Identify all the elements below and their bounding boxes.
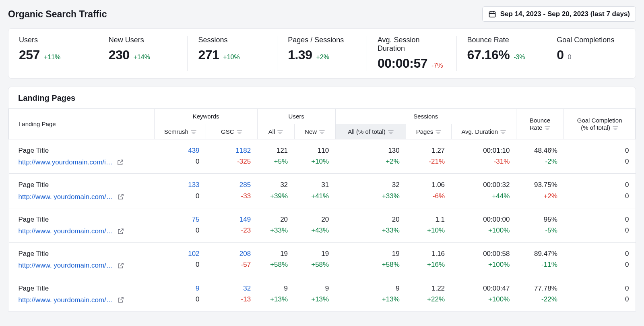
cell-users-all: 20+33% [257, 208, 294, 242]
landing-pages-table: Landing Page Keywords Users Sessions Bou… [8, 108, 636, 311]
row-title: Page Title [19, 283, 151, 294]
cell-bounce-rate: 89.47%-11% [516, 243, 564, 277]
table-row: Page Titlehttp://www. yourdomain.com/…10… [9, 243, 636, 277]
cell-avg-duration: 00:00:47+100% [451, 277, 516, 311]
col-users-all[interactable]: All [257, 124, 294, 139]
cell-landing-page: Page Titlehttp://www. yourdomain.com/… [9, 208, 155, 242]
page-title: Organic Search Traffic [8, 9, 107, 20]
landing-page-link[interactable]: http://www. yourdomain.com/… [19, 295, 113, 305]
table-title: Landing Pages [8, 87, 636, 108]
external-link-icon[interactable] [117, 228, 124, 235]
cell-avg-duration: 00:00:58+100% [451, 243, 516, 277]
landing-page-link[interactable]: http://www. yourdomain.com/… [19, 260, 113, 271]
col-sessions-all[interactable]: All (% of total) [335, 124, 406, 139]
cell-users-new: 31+41% [294, 174, 335, 208]
col-users-new[interactable]: New [294, 124, 335, 139]
date-range-picker[interactable]: Sep 14, 2023 - Sep 20, 2023 (last 7 days… [482, 6, 636, 22]
cell-semrush: 1020 [155, 243, 206, 277]
kpi-delta: +2% [316, 54, 329, 61]
cell-bounce-rate: 95%-5% [516, 208, 564, 242]
kpi-label: Pages / Sessions [288, 36, 356, 44]
kpi-goal-completions[interactable]: Goal Completions00 [546, 36, 636, 71]
cell-sessions-all: 9+13% [335, 277, 406, 311]
cell-goal-completion: 00 [564, 208, 636, 242]
kpi-card: Users257+11%New Users230+14%Sessions271+… [8, 28, 636, 79]
kpi-value: 1.39 [288, 48, 312, 62]
cell-gsc: 1182-325 [206, 139, 258, 174]
kpi-delta: -3% [514, 54, 525, 61]
external-link-icon[interactable] [117, 193, 124, 200]
sort-icon [500, 130, 506, 135]
col-semrush[interactable]: Semrush [155, 124, 206, 139]
table-row: Page Titlehttp://www.yourdomain.com/i…43… [9, 139, 636, 174]
cell-users-all: 19+58% [257, 243, 294, 277]
external-link-icon[interactable] [117, 262, 124, 269]
cell-gsc: 208-57 [206, 243, 258, 277]
sort-icon [237, 130, 242, 135]
sort-icon [613, 126, 618, 131]
sort-icon [436, 130, 441, 135]
external-link-icon[interactable] [117, 296, 124, 303]
col-gsc[interactable]: GSC [206, 124, 258, 139]
kpi-label: Avg. Session Duration [378, 36, 446, 53]
kpi-bounce-rate[interactable]: Bounce Rate67.16%-3% [456, 36, 546, 71]
cell-users-new: 110+10% [294, 139, 335, 174]
external-link-icon[interactable] [117, 159, 124, 166]
kpi-avg-session-duration[interactable]: Avg. Session Duration00:00:57-7% [367, 36, 456, 71]
cell-sessions-all: 32+33% [335, 174, 406, 208]
kpi-label: Goal Completions [557, 36, 625, 44]
date-range-label: Sep 14, 2023 - Sep 20, 2023 (last 7 days… [500, 10, 630, 18]
kpi-pages-sessions[interactable]: Pages / Sessions1.39+2% [277, 36, 367, 71]
kpi-value: 0 [557, 48, 564, 62]
table-row: Page Titlehttp://www. yourdomain.com/…90… [9, 277, 636, 311]
landing-pages-card: Landing Pages Landing Page Keywords User… [8, 87, 636, 311]
cell-pages: 1.27-21% [406, 139, 451, 174]
col-bounce-rate[interactable]: BounceRate [516, 109, 564, 139]
kpi-label: New Users [109, 36, 177, 44]
kpi-value: 257 [19, 48, 40, 62]
cell-avg-duration: 00:00:00+100% [451, 208, 516, 242]
row-title: Page Title [19, 179, 151, 190]
kpi-delta: +11% [44, 54, 60, 61]
landing-page-link[interactable]: http://www.yourdomain.com/i… [19, 157, 113, 168]
landing-page-link[interactable]: http://www. yourdomain.com/… [19, 191, 113, 202]
cell-users-new: 9+13% [294, 277, 335, 311]
col-keywords: Keywords [155, 109, 257, 124]
cell-landing-page: Page Titlehttp://www. yourdomain.com/… [9, 174, 155, 208]
table-row: Page Titlehttp://www. yourdomain.com/…75… [9, 208, 636, 242]
cell-gsc: 285-33 [206, 174, 258, 208]
col-pages[interactable]: Pages [406, 124, 451, 139]
cell-users-new: 20+43% [294, 208, 335, 242]
cell-sessions-all: 19+58% [335, 243, 406, 277]
kpi-value: 67.16% [467, 48, 510, 62]
kpi-new-users[interactable]: New Users230+14% [98, 36, 188, 71]
sort-icon [388, 130, 394, 135]
col-goal-completion[interactable]: Goal Completion(% of total) [564, 109, 636, 139]
cell-sessions-all: 20+33% [335, 208, 406, 242]
sort-icon [545, 126, 550, 131]
cell-bounce-rate: 93.75%+2% [516, 174, 564, 208]
row-title: Page Title [19, 248, 151, 259]
col-avg-duration[interactable]: Avg. Duration [451, 124, 516, 139]
col-landing-page[interactable]: Landing Page [9, 109, 155, 139]
landing-page-link[interactable]: http://www. yourdomain.com/… [19, 226, 113, 237]
kpi-delta: 0 [568, 54, 572, 61]
cell-users-new: 19+58% [294, 243, 335, 277]
kpi-sessions[interactable]: Sessions271+10% [187, 36, 277, 71]
kpi-label: Sessions [198, 36, 266, 44]
sort-icon [319, 130, 325, 135]
kpi-label: Users [19, 36, 87, 44]
cell-avg-duration: 00:01:10-31% [451, 139, 516, 174]
cell-goal-completion: 00 [564, 243, 636, 277]
cell-semrush: 90 [155, 277, 206, 311]
table-row: Page Titlehttp://www. yourdomain.com/…13… [9, 174, 636, 208]
kpi-users[interactable]: Users257+11% [8, 36, 98, 71]
calendar-icon [488, 10, 496, 18]
col-users: Users [257, 109, 335, 124]
cell-users-all: 32+39% [257, 174, 294, 208]
kpi-delta: +10% [223, 54, 239, 61]
cell-pages: 1.16+16% [406, 243, 451, 277]
cell-pages: 1.06-6% [406, 174, 451, 208]
kpi-value: 230 [109, 48, 130, 62]
cell-bounce-rate: 48.46%-2% [516, 139, 564, 174]
